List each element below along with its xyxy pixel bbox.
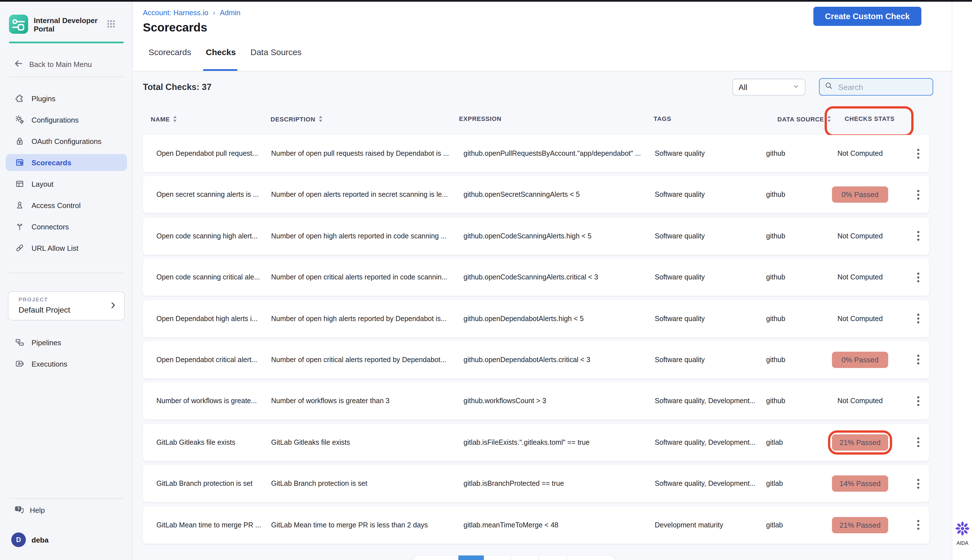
pagination-page-button[interactable] — [511, 555, 539, 560]
back-to-main-menu[interactable]: Back to Main Menu — [13, 58, 92, 70]
sidebar-item-configurations[interactable]: Configurations — [6, 111, 127, 128]
sort-icon — [173, 115, 177, 123]
user-menu[interactable]: D deba — [11, 532, 48, 547]
check-tags: Software quality — [655, 191, 773, 199]
sidebar-item-layout[interactable]: Layout — [6, 175, 127, 192]
sidebar-item-label: Scorecards — [32, 158, 72, 167]
pagination-page-button[interactable] — [484, 555, 511, 560]
sidebar-item-access-control[interactable]: Access Control — [6, 197, 127, 214]
check-tags: Software quality — [655, 150, 773, 157]
tab-scorecards[interactable]: Scorecards — [149, 47, 191, 57]
row-menu-button[interactable] — [911, 269, 925, 286]
app-switcher-grid-icon[interactable] — [107, 20, 115, 30]
configurations-icon — [15, 115, 25, 125]
pagination-prev-button[interactable] — [413, 555, 458, 560]
sidebar-item-label: URL Allow List — [32, 244, 78, 252]
breadcrumb-admin-link[interactable]: Admin — [220, 8, 240, 17]
check-stats-cell: Not Computed — [823, 228, 897, 244]
sidebar-item-scorecards[interactable]: Scorecards — [6, 154, 127, 171]
help-button[interactable]: ? Help — [13, 503, 45, 517]
right-rail: AIDA — [952, 2, 972, 560]
column-header-tags: TAGS — [654, 115, 671, 122]
checks-filter-select[interactable]: All — [732, 79, 805, 96]
check-expression: github.openSecretScanningAlerts < 5 — [464, 191, 652, 199]
check-stats-value: 0% Passed — [832, 187, 888, 203]
arrow-left-icon — [13, 58, 23, 70]
row-menu-button[interactable] — [911, 434, 925, 451]
check-tags: Development maturity — [655, 521, 773, 529]
check-expression: gitlab.meanTimeToMerge < 48 — [464, 521, 652, 529]
check-expression: github.openDependabotAlerts.critical < 3 — [464, 356, 652, 364]
check-name: Open Dependabot critical alert... — [156, 356, 269, 364]
app-root: Internal Developer Portal Back to Main M… — [0, 0, 972, 560]
check-stats-value: 0% Passed — [832, 352, 888, 368]
row-menu-button[interactable] — [911, 352, 925, 368]
check-stats-annotation: Not Computed — [833, 146, 887, 162]
check-data-source: github — [766, 273, 818, 281]
sidebar-item-connectors[interactable]: Connectors — [6, 218, 127, 235]
sidebar-item-label: Access Control — [32, 201, 81, 210]
pagination-active-page[interactable] — [458, 555, 484, 560]
chevron-right-icon — [109, 301, 118, 312]
breadcrumb-account-link[interactable]: Account: Harness.io — [143, 8, 209, 17]
oauth-lock-icon — [15, 136, 25, 146]
check-expression: github.workflowsCount > 3 — [464, 397, 652, 405]
row-menu-button[interactable] — [911, 145, 925, 162]
sidebar-item-plugins[interactable]: Plugins — [6, 90, 127, 107]
pagination-page-button[interactable] — [539, 555, 567, 560]
check-data-source: github — [766, 232, 818, 240]
table-row: Open Dependabot pull request... Number o… — [143, 135, 929, 172]
check-name: Open code scanning critical ale... — [156, 273, 269, 281]
row-menu-button[interactable] — [911, 393, 925, 410]
check-data-source: github — [766, 356, 818, 364]
sidebar-item-label: Layout — [32, 180, 53, 188]
sidebar-item-pipelines[interactable]: Pipelines — [6, 334, 127, 351]
row-menu-button[interactable] — [911, 228, 925, 245]
check-data-source: gitlab — [766, 480, 818, 487]
check-stats-annotation: 21% Passed — [828, 513, 892, 537]
check-tags: Software quality, Development... — [655, 438, 773, 446]
active-tab-underline — [203, 69, 237, 71]
check-description: Number of open critical alerts reported … — [271, 273, 463, 281]
sidebar-item-label: Pipelines — [32, 338, 61, 347]
page-title: Scorecards — [143, 21, 207, 34]
kebab-menu-icon — [917, 520, 919, 530]
check-name: Open Dependabot high alerts i... — [156, 315, 269, 322]
column-header-name[interactable]: NAME — [151, 115, 177, 123]
executions-icon — [15, 359, 25, 369]
check-description: GitLab Mean time to merge PR is less tha… — [271, 521, 463, 529]
project-selector[interactable]: PROJECT Default Project — [8, 291, 125, 320]
create-custom-check-button[interactable]: Create Custom Check — [813, 7, 921, 26]
check-expression: github.openCodeScanningAlerts.high < 5 — [464, 232, 652, 240]
column-header-data-source[interactable]: DATA SOURCE — [777, 115, 832, 123]
tab-data-sources[interactable]: Data Sources — [251, 47, 302, 57]
check-stats-cell: Not Computed — [823, 393, 897, 409]
access-control-icon — [15, 200, 25, 210]
sidebar-item-oauth-configurations[interactable]: OAuth Configurations — [6, 133, 127, 150]
check-stats-value: Not Computed — [837, 273, 883, 281]
check-name: Number of workflows is greate... — [156, 397, 269, 405]
check-tags: Software quality — [655, 356, 773, 364]
sidebar-item-executions[interactable]: Executions — [6, 355, 127, 372]
kebab-menu-icon — [917, 190, 919, 200]
row-menu-button[interactable] — [911, 517, 925, 533]
avatar: D — [11, 532, 26, 547]
sidebar-item-url-allow-list[interactable]: URL Allow List — [6, 240, 127, 257]
row-menu-button[interactable] — [911, 187, 925, 203]
check-description: Number of workflows is greater than 3 — [271, 397, 463, 405]
check-name: Open secret scanning alerts is ... — [156, 191, 269, 199]
check-stats-annotation: 0% Passed — [828, 183, 892, 207]
pagination-next-button[interactable] — [567, 555, 616, 560]
check-description: Number of open alerts reported in secret… — [271, 191, 463, 199]
tab-checks[interactable]: Checks — [206, 47, 236, 57]
check-description: Number of open pull requests raised by D… — [271, 150, 463, 157]
check-stats-value: Not Computed — [837, 150, 883, 157]
checks-content: Total Checks: 37 All NAME DESCRIPTION — [133, 72, 952, 560]
sidebar-item-label: Connectors — [32, 222, 69, 231]
kebab-menu-icon — [917, 437, 919, 448]
column-header-description[interactable]: DESCRIPTION — [271, 115, 322, 123]
row-menu-button[interactable] — [911, 475, 925, 492]
aida-assistant-button[interactable]: AIDA — [954, 520, 972, 546]
search-input[interactable] — [837, 82, 924, 92]
row-menu-button[interactable] — [911, 310, 925, 327]
